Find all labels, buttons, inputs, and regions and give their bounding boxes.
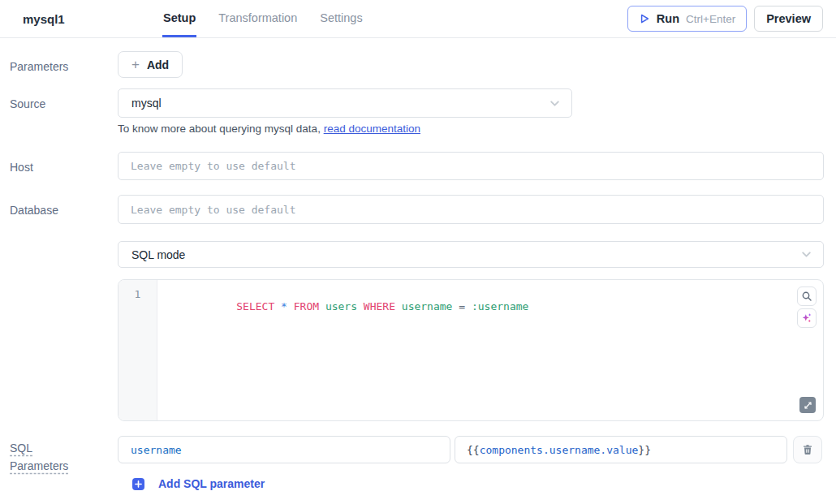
editor-spacer xyxy=(0,279,118,421)
ai-assist-button[interactable] xyxy=(797,308,817,328)
source-row: Source mysql To know more about querying… xyxy=(0,88,824,135)
expand-editor-button[interactable] xyxy=(799,397,816,413)
add-parameter-button[interactable]: + Add xyxy=(118,51,183,78)
play-icon xyxy=(639,13,650,24)
header: mysql1 Setup Transformation Settings Run… xyxy=(0,0,836,38)
header-actions: Run Ctrl+Enter Preview xyxy=(627,0,823,37)
sql-parameter-row: {{components.username.value}} xyxy=(118,436,824,463)
param-key-input[interactable] xyxy=(118,436,450,463)
sql-mode-select-value: SQL mode xyxy=(131,248,185,261)
preview-button[interactable]: Preview xyxy=(754,6,823,32)
code-area[interactable]: SELECT * FROM users WHERE username = :us… xyxy=(157,280,823,420)
helper-text-prefix: To know more about querying mysql data, xyxy=(118,123,324,135)
binding-close-brace: }} xyxy=(638,444,651,456)
add-sql-parameter-row: Add SQL parameter xyxy=(118,477,824,490)
source-select-value: mysql xyxy=(131,97,162,110)
tab-transformation[interactable]: Transformation xyxy=(218,0,298,37)
run-shortcut-hint: Ctrl+Enter xyxy=(686,13,735,25)
source-label: Source xyxy=(0,88,118,135)
sql-mode-select[interactable]: SQL mode xyxy=(118,241,824,268)
plus-icon: + xyxy=(131,58,140,71)
expand-icon xyxy=(804,401,812,410)
param-value-input[interactable]: {{components.username.value}} xyxy=(455,436,787,463)
line-number: 1 xyxy=(135,288,141,300)
search-button[interactable] xyxy=(797,286,817,306)
editor-gutter: 1 xyxy=(119,280,157,420)
sql-parameters-label: SQL Parameters xyxy=(10,440,80,475)
parameters-row: Parameters + Add xyxy=(0,51,824,78)
host-row: Host xyxy=(0,152,824,180)
sql-mode-row: SQL mode xyxy=(0,241,824,268)
sql-mode-spacer xyxy=(0,241,118,268)
sql-code-editor[interactable]: 1 SELECT * FROM users WHERE username = :… xyxy=(118,279,824,421)
tab-setup[interactable]: Setup xyxy=(162,0,196,37)
tab-bar: Setup Transformation Settings xyxy=(162,0,364,37)
tab-settings[interactable]: Settings xyxy=(319,0,363,37)
binding-expression: components.username.value xyxy=(480,444,639,456)
plus-icon[interactable] xyxy=(132,478,144,490)
source-select[interactable]: mysql xyxy=(118,88,572,118)
chevron-down-icon xyxy=(549,97,561,110)
run-button-label: Run xyxy=(657,12,679,25)
database-label: Database xyxy=(0,195,118,224)
run-button[interactable]: Run Ctrl+Enter xyxy=(627,6,747,32)
binding-open-brace: {{ xyxy=(467,444,480,456)
add-button-label: Add xyxy=(147,58,169,71)
database-input[interactable] xyxy=(118,195,824,224)
read-documentation-link[interactable]: read documentation xyxy=(324,123,420,135)
database-row: Database xyxy=(0,195,824,224)
delete-param-button[interactable] xyxy=(793,436,822,463)
sql-parameters-label-col: SQL Parameters xyxy=(0,436,118,490)
ai-sparkle-icon xyxy=(800,312,813,325)
host-input[interactable] xyxy=(118,152,824,180)
source-helper-text: To know more about querying mysql data, … xyxy=(118,123,824,135)
setup-panel: Parameters + Add Source mysql To know mo… xyxy=(0,51,836,490)
host-label: Host xyxy=(0,152,118,180)
add-sql-parameter-button[interactable]: Add SQL parameter xyxy=(158,477,265,490)
sql-parameters-row: SQL Parameters {{components.username.val… xyxy=(0,436,824,490)
parameters-label: Parameters xyxy=(0,51,118,78)
search-icon xyxy=(801,291,812,302)
chevron-down-icon xyxy=(800,248,812,261)
trash-icon xyxy=(802,444,813,455)
query-title: mysql1 xyxy=(23,0,162,37)
code-line: SELECT * FROM users WHERE username = :us… xyxy=(236,300,528,312)
editor-toolbar xyxy=(797,286,817,328)
editor-row: 1 SELECT * FROM users WHERE username = :… xyxy=(0,279,824,421)
